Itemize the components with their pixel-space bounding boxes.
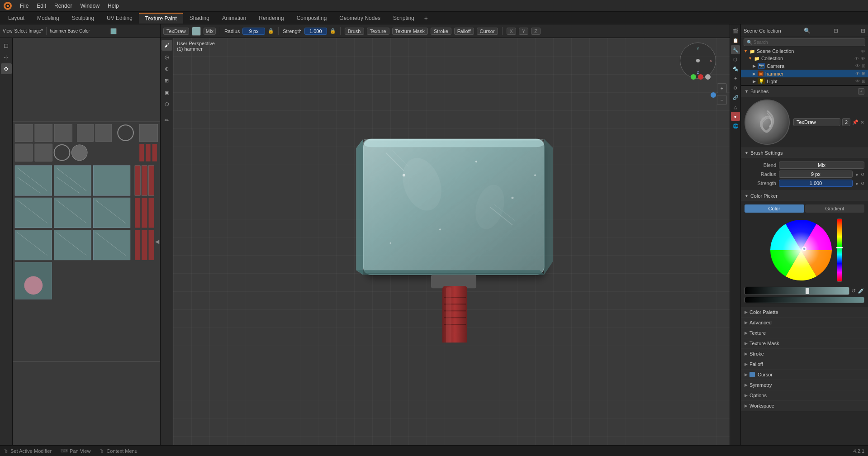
outliner-filter-icon[interactable]: ⊟ (834, 28, 838, 34)
strength-value[interactable]: 1.000 (304, 28, 327, 35)
texture-mask-dropdown[interactable]: Texture Mask (392, 28, 428, 35)
outliner-item-collection[interactable]: ▼ 📁 Collection 👁 👁 (741, 55, 868, 62)
cursor-checkbox[interactable] (749, 372, 755, 377)
color-saturation-bar[interactable] (745, 297, 864, 303)
props-material-icon[interactable]: ● (731, 112, 740, 121)
brush-color-swatch[interactable] (192, 27, 201, 36)
tab-texture-paint[interactable]: Texture Paint (139, 13, 183, 24)
tab-compositing[interactable]: Compositing (290, 13, 333, 23)
color-palette-header[interactable]: ▶ Color Palette (741, 307, 868, 317)
gradient-tab[interactable]: Gradient (805, 204, 865, 213)
outliner-item-hammer[interactable]: ▶ ▣ hammer 👁 ⊞ (741, 70, 868, 77)
blend-mode-dropdown[interactable]: Mix (204, 28, 216, 35)
texture-mask-header[interactable]: ▶ Texture Mask (741, 338, 868, 348)
uv-select-btn[interactable]: Select (14, 28, 27, 33)
uv-tool-cursor[interactable]: ⊹ (1, 52, 12, 62)
uv-tool-select[interactable]: ◻ (1, 40, 12, 51)
uv-collapse-btn[interactable]: ◀ (154, 237, 160, 247)
radius-lock-icon[interactable]: 🔒 (268, 28, 274, 34)
outliner-item-scene-collection[interactable]: ▼ 📁 Scene Collection 👁 (741, 48, 868, 55)
tab-animation[interactable]: Animation (216, 13, 252, 23)
brush-delete-icon[interactable]: ✕ (860, 119, 864, 125)
props-scene-icon[interactable]: 🎬 (731, 26, 740, 35)
cursor-dropdown[interactable]: Cursor (477, 28, 498, 35)
texture-header[interactable]: ▶ Texture (741, 328, 868, 338)
menu-render[interactable]: Render (51, 2, 76, 10)
uv-view-btn[interactable]: View (3, 28, 13, 33)
new-brush-icon[interactable]: + (858, 88, 864, 95)
tab-layout[interactable]: Layout (2, 13, 31, 23)
options-header[interactable]: ▶ Options (741, 390, 868, 400)
falloff-header[interactable]: ▶ Falloff (741, 359, 868, 369)
brush-dropdown[interactable]: Brush (345, 28, 364, 35)
menu-help[interactable]: Help (104, 2, 123, 10)
zoom-in-btn[interactable]: + (717, 83, 727, 93)
paint-annotate-tool[interactable]: ✏ (161, 115, 172, 126)
tab-rendering[interactable]: Rendering (252, 13, 290, 23)
tab-scripting[interactable]: Scripting (387, 13, 421, 23)
color-tab[interactable]: Color (745, 204, 804, 213)
texture-dropdown[interactable]: Texture (367, 28, 389, 35)
hue-bar[interactable] (837, 218, 842, 282)
props-world-icon[interactable]: 🌐 (731, 121, 740, 130)
cursor-header[interactable]: ▶ Cursor (741, 370, 868, 380)
symmetry-header[interactable]: ▶ Symmetry (741, 380, 868, 390)
brush-name[interactable]: TexDraw (793, 118, 840, 126)
props-tool-icon[interactable]: 🔧 (731, 45, 740, 54)
brush-pin-icon[interactable]: 📌 (852, 119, 859, 125)
paint-draw-tool[interactable]: 🖌 (161, 40, 172, 51)
tab-shading[interactable]: Shading (183, 13, 216, 23)
color-dropper-btn[interactable]: 💉 (858, 288, 864, 294)
paint-fill-tool[interactable]: ▣ (161, 87, 172, 98)
zoom-out-btn[interactable]: − (717, 95, 727, 105)
color-reset-btn[interactable]: ↺ (851, 288, 856, 294)
paint-soften-tool[interactable]: ◎ (161, 52, 172, 62)
tab-geometry-nodes[interactable]: Geometry Nodes (333, 13, 387, 23)
color-picker-header[interactable]: ▼ Color Picker (741, 191, 868, 201)
strength-animate-icon[interactable]: ● (855, 181, 858, 186)
falloff-dropdown[interactable]: Falloff (454, 28, 474, 35)
uv-texture-name[interactable]: hammer Base Color (50, 28, 109, 33)
props-modifier-icon[interactable]: 🔩 (731, 64, 740, 73)
color-hex-bar[interactable] (745, 287, 849, 295)
x-mirror-btn[interactable]: X (507, 28, 516, 35)
y-mirror-btn[interactable]: Y (519, 28, 528, 35)
strength-prop-value[interactable]: 1.000 (779, 180, 853, 187)
stroke-header[interactable]: ▶ Stroke (741, 349, 868, 359)
3d-viewport[interactable]: User Perspective (1) hammer (173, 38, 730, 445)
stroke-dropdown[interactable]: Stroke (431, 28, 451, 35)
paint-clone-tool[interactable]: ⊞ (161, 75, 172, 86)
outliner-item-camera[interactable]: ▶ 📷 Camera 👁 ⊞ (741, 62, 868, 70)
navigation-gizmo[interactable]: Y X Z (680, 43, 716, 79)
tab-modeling[interactable]: Modeling (31, 13, 66, 23)
brush-mode-btn[interactable]: TexDraw (163, 28, 189, 35)
strength-reset-icon[interactable]: ↺ (861, 181, 864, 186)
brushes-header[interactable]: ▼ Brushes + (741, 86, 868, 97)
workspace-header[interactable]: ▶ Workspace (741, 401, 868, 411)
menu-file[interactable]: File (16, 2, 32, 10)
tab-sculpting[interactable]: Sculpting (66, 13, 100, 23)
props-constraints-icon[interactable]: 🔗 (731, 93, 740, 102)
outliner-search-icon[interactable]: 🔍 (804, 28, 811, 34)
radius-value[interactable]: 9 px (242, 28, 265, 35)
props-layer-icon[interactable]: 📋 (731, 36, 740, 45)
props-physics-icon[interactable]: ⚙ (731, 83, 740, 92)
radius-animate-icon[interactable]: ● (855, 172, 858, 177)
menu-edit[interactable]: Edit (33, 2, 50, 10)
props-particles-icon[interactable]: ✦ (731, 74, 740, 83)
strength-lock-icon[interactable]: 🔒 (330, 28, 336, 34)
outliner-item-light[interactable]: ▶ 💡 Light 👁 ⊞ (741, 77, 868, 85)
menu-window[interactable]: Window (76, 2, 103, 10)
tab-uv-editing[interactable]: UV Editing (100, 13, 139, 23)
uv-viewport[interactable]: ◀ (13, 38, 160, 445)
outliner-display-icon[interactable]: ⊞ (861, 28, 865, 34)
radius-prop-value[interactable]: 9 px (779, 171, 853, 178)
props-object-icon[interactable]: ⬡ (731, 55, 740, 64)
paint-smear-tool[interactable]: ⊕ (161, 63, 172, 74)
uv-image-btn[interactable]: Image* (28, 28, 43, 33)
props-object-data-icon[interactable]: △ (731, 102, 740, 111)
blend-value-dropdown[interactable]: Mix (779, 162, 864, 169)
z-mirror-btn[interactable]: Z (531, 28, 541, 35)
outliner-search-box[interactable]: 🔍 Search (744, 38, 865, 46)
paint-mask-tool[interactable]: ⬡ (161, 99, 172, 109)
